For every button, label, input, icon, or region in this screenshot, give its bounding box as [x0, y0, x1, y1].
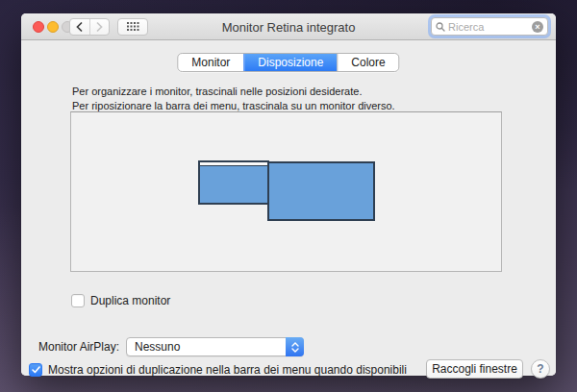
popup-stepper-icon: [286, 337, 304, 356]
airplay-label: Monitor AirPlay:: [38, 340, 119, 354]
primary-display[interactable]: [198, 160, 269, 205]
tab-bar: Monitor Disposizione Colore: [177, 53, 399, 72]
instructions-text: Per organizzare i monitor, trascinali ne…: [72, 85, 395, 112]
search-icon: [436, 22, 445, 32]
mirror-options-row: Mostra opzioni di duplicazione nella bar…: [29, 363, 407, 377]
secondary-display[interactable]: [267, 161, 375, 221]
gather-windows-button[interactable]: Raccogli finestre: [426, 359, 523, 379]
airplay-dropdown[interactable]: Nessuno: [126, 337, 304, 356]
airplay-selected-value: Nessuno: [135, 340, 180, 354]
airplay-row: Monitor AirPlay: Nessuno: [38, 337, 304, 356]
duplicate-monitor-checkbox[interactable]: [71, 294, 85, 307]
tab-monitor[interactable]: Monitor: [178, 54, 243, 71]
titlebar: Monitor Retina integrato Ricerca ×: [21, 13, 556, 40]
duplicate-monitor-row: Duplica monitor: [71, 294, 170, 307]
instruction-line-2: Per riposizionare la barra dei menu, tra…: [72, 99, 395, 113]
mirror-options-label: Mostra opzioni di duplicazione nella bar…: [48, 363, 407, 377]
duplicate-monitor-label: Duplica monitor: [90, 294, 170, 307]
menu-bar-strip[interactable]: [200, 162, 267, 166]
search-input[interactable]: Ricerca ×: [431, 17, 548, 36]
arrangement-well: [70, 111, 502, 272]
clear-search-icon[interactable]: ×: [532, 21, 543, 33]
checkmark-icon: [32, 366, 40, 374]
mirror-options-checkbox[interactable]: [29, 363, 42, 377]
search-placeholder: Ricerca: [448, 21, 532, 33]
tab-disposizione[interactable]: Disposizione: [243, 54, 337, 71]
tab-colore[interactable]: Colore: [337, 54, 398, 71]
content-area: Monitor Disposizione Colore Per organizz…: [21, 41, 556, 376]
preferences-window: Monitor Retina integrato Ricerca × Monit…: [21, 13, 556, 376]
help-button[interactable]: ?: [531, 359, 550, 379]
instruction-line-1: Per organizzare i monitor, trascinali ne…: [72, 85, 395, 99]
